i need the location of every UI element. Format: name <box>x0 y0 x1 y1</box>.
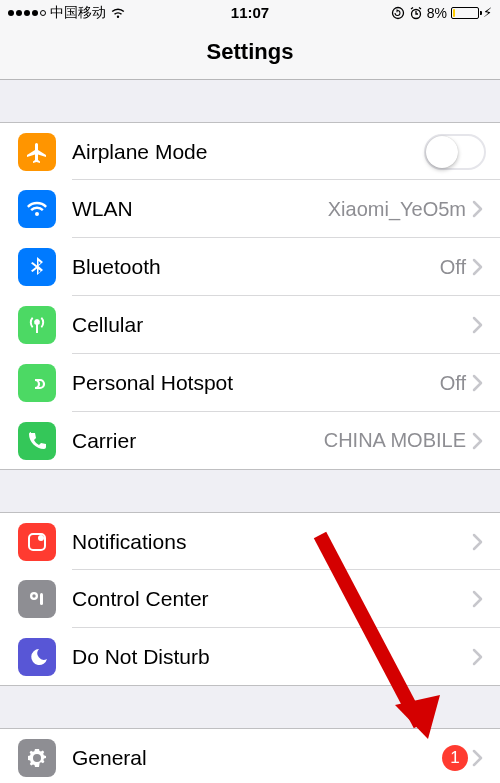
svg-rect-6 <box>40 593 43 605</box>
row-detail: Off <box>440 372 472 395</box>
row-detail: CHINA MOBILE <box>324 429 472 452</box>
charging-icon: ⚡︎ <box>483 5 492 20</box>
group-spacer <box>0 80 500 122</box>
moon-icon <box>18 638 56 676</box>
row-label: Do Not Disturb <box>56 645 472 669</box>
chevron-right-icon <box>472 648 500 666</box>
notification-badge: 1 <box>442 745 468 771</box>
notifications-icon <box>18 523 56 561</box>
row-label: WLAN <box>56 197 328 221</box>
row-personal-hotspot[interactable]: Personal Hotspot Off <box>0 354 500 412</box>
settings-screen: { "status": { "carrier": "中国移动", "time":… <box>0 0 500 783</box>
airplane-switch[interactable] <box>424 134 486 170</box>
nav-bar: Settings <box>0 25 500 80</box>
carrier-label: 中国移动 <box>50 4 106 22</box>
row-cellular[interactable]: Cellular <box>0 296 500 354</box>
row-detail: Off <box>440 256 472 279</box>
chevron-right-icon <box>472 200 500 218</box>
signal-dots-icon <box>8 10 46 16</box>
wifi-icon <box>110 7 126 19</box>
chevron-right-icon <box>472 432 500 450</box>
row-label: Bluetooth <box>56 255 440 279</box>
control-center-icon <box>18 580 56 618</box>
svg-point-0 <box>392 7 403 18</box>
row-label: Airplane Mode <box>56 140 424 164</box>
svg-point-3 <box>38 535 44 541</box>
row-control-center[interactable]: Control Center <box>0 570 500 628</box>
cellular-icon <box>18 306 56 344</box>
status-bar: 中国移动 11:07 8% ⚡︎ <box>0 0 500 25</box>
row-label: Cellular <box>56 313 472 337</box>
page-title: Settings <box>207 39 294 65</box>
hotspot-icon <box>18 364 56 402</box>
chevron-right-icon <box>472 533 500 551</box>
row-notifications[interactable]: Notifications <box>0 512 500 570</box>
row-bluetooth[interactable]: Bluetooth Off <box>0 238 500 296</box>
row-label: General <box>56 746 442 770</box>
chevron-right-icon <box>472 316 500 334</box>
chevron-right-icon <box>472 749 500 767</box>
row-label: Control Center <box>56 587 472 611</box>
battery-icon <box>451 7 479 19</box>
chevron-right-icon <box>472 590 500 608</box>
row-general[interactable]: General 1 <box>0 728 500 783</box>
row-label: Carrier <box>56 429 324 453</box>
row-label: Personal Hotspot <box>56 371 440 395</box>
svg-point-5 <box>32 594 35 597</box>
orientation-lock-icon <box>391 6 405 20</box>
chevron-right-icon <box>472 258 500 276</box>
row-carrier[interactable]: Carrier CHINA MOBILE <box>0 412 500 470</box>
row-do-not-disturb[interactable]: Do Not Disturb <box>0 628 500 686</box>
alarm-icon <box>409 6 423 20</box>
chevron-right-icon <box>472 374 500 392</box>
phone-icon <box>18 422 56 460</box>
row-detail: Xiaomi_YeO5m <box>328 198 472 221</box>
bluetooth-icon <box>18 248 56 286</box>
row-wlan[interactable]: WLAN Xiaomi_YeO5m <box>0 180 500 238</box>
group-spacer <box>0 470 500 512</box>
row-airplane-mode[interactable]: Airplane Mode <box>0 122 500 180</box>
wifi-icon <box>18 190 56 228</box>
battery-percent: 8% <box>427 5 447 21</box>
airplane-icon <box>18 133 56 171</box>
group-spacer <box>0 686 500 728</box>
gear-icon <box>18 739 56 777</box>
row-label: Notifications <box>56 530 472 554</box>
